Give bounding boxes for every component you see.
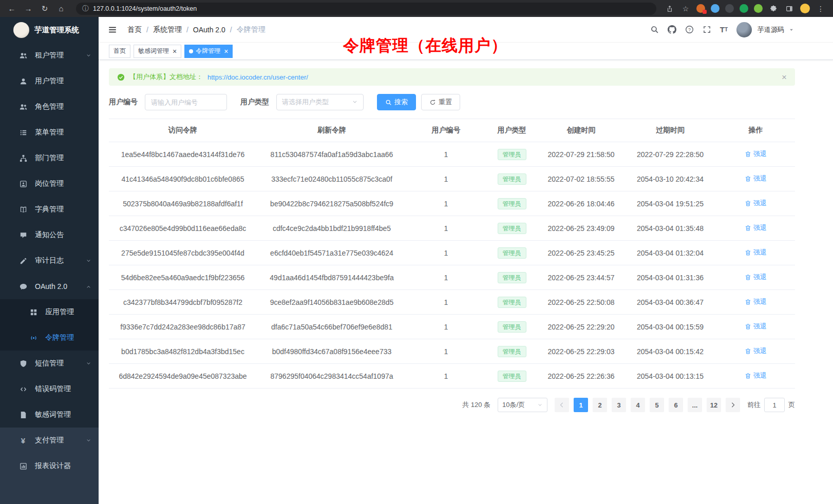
page-size-select[interactable]: 10条/页 <box>498 398 547 412</box>
sidebar-item-dict[interactable]: 字典管理 <box>0 197 99 222</box>
page-button-4[interactable]: 4 <box>631 398 645 412</box>
cell-expire-time: 2054-03-04 00:36:47 <box>624 290 716 315</box>
cell-create-time: 2022-07-02 18:55:55 <box>538 167 624 191</box>
goto-page-input[interactable] <box>764 398 785 412</box>
back-icon[interactable]: ← <box>5 2 18 15</box>
force-logout-label: 强退 <box>753 273 767 282</box>
sidebar-item-sms[interactable]: 短信管理 <box>0 351 99 376</box>
info-icon[interactable]: ⓘ <box>82 4 89 13</box>
breadcrumb-item-oauth2[interactable]: OAuth 2.0 <box>193 26 225 34</box>
extension-green[interactable] <box>740 4 748 13</box>
page-button-5[interactable]: 5 <box>650 398 664 412</box>
force-logout-button[interactable]: 强退 <box>745 346 767 356</box>
extension-dark[interactable] <box>725 4 734 13</box>
question-icon[interactable]: ? <box>685 25 694 34</box>
sidebar-item-report[interactable]: 报表设计器 <box>0 453 99 479</box>
sidebar-item-pay[interactable]: ¥支付管理 <box>0 428 99 453</box>
user-id-input[interactable] <box>145 94 227 110</box>
sidebar-item-user[interactable]: 用户管理 <box>0 68 99 94</box>
close-icon[interactable]: × <box>782 73 787 82</box>
tab-home[interactable]: 首页 <box>109 45 130 58</box>
forward-icon[interactable]: → <box>22 2 35 15</box>
sidebar-item-notice[interactable]: 通知公告 <box>0 222 99 248</box>
force-logout-button[interactable]: 强退 <box>745 149 767 159</box>
tab-token[interactable]: 令牌管理× <box>184 45 233 58</box>
github-icon[interactable] <box>668 25 676 34</box>
close-icon[interactable]: × <box>224 48 228 55</box>
close-icon[interactable]: × <box>173 48 177 55</box>
user-type-select[interactable]: 请选择用户类型 <box>276 94 364 110</box>
cell-create-time: 2022-06-25 22:50:08 <box>538 290 624 315</box>
fullscreen-icon[interactable] <box>703 25 711 34</box>
browser-profile-avatar[interactable] <box>800 4 810 13</box>
page-ellipsis[interactable]: ... <box>688 398 702 412</box>
delete-icon <box>745 373 751 379</box>
sidebar-item-post[interactable]: 岗位管理 <box>0 171 99 197</box>
topbar: 首页 / 系统管理 / OAuth 2.0 / 令牌管理 ?TT芋道源码 <box>99 17 833 43</box>
sidebar-item-oauth2-app[interactable]: 应用管理 <box>0 299 99 325</box>
force-logout-button[interactable]: 强退 <box>745 174 767 183</box>
page-button-2[interactable]: 2 <box>593 398 607 412</box>
fontsize-icon[interactable]: TT <box>720 26 728 33</box>
extension-lightgreen[interactable] <box>754 4 763 13</box>
next-page-button[interactable] <box>726 398 740 412</box>
sidebar-item-dept[interactable]: 部门管理 <box>0 145 99 171</box>
app-logo[interactable]: 芋道管理系统 <box>0 17 99 43</box>
table-header-row: 访问令牌刷新令牌用户编号用户类型创建时间过期时间操作 <box>109 119 795 142</box>
page-button-6[interactable]: 6 <box>669 398 683 412</box>
sidebar-item-audit-log[interactable]: 审计日志 <box>0 248 99 274</box>
user-avatar[interactable] <box>736 22 752 37</box>
sidebar-item-role[interactable]: 角色管理 <box>0 94 99 120</box>
search-button[interactable]: 搜索 <box>377 94 416 110</box>
total-count: 共 120 条 <box>462 400 490 410</box>
reload-icon[interactable]: ↻ <box>38 2 51 15</box>
force-logout-button[interactable]: 强退 <box>745 223 767 232</box>
sidebar-item-oauth2-token[interactable]: 令牌管理 <box>0 325 99 351</box>
extension-colored-badge[interactable] <box>696 4 705 13</box>
address-bar[interactable]: ⓘ 127.0.0.1:1024/system/oauth2/token <box>76 3 656 15</box>
megaphone-icon <box>19 231 27 239</box>
sidebar-item-sensitive-word[interactable]: 敏感词管理 <box>0 402 99 428</box>
prev-page-button[interactable] <box>555 398 569 412</box>
username[interactable]: 芋道源码 <box>758 25 784 34</box>
user-type-select-placeholder: 请选择用户类型 <box>282 98 329 107</box>
force-logout-button[interactable]: 强退 <box>745 199 767 208</box>
page-button-1[interactable]: 1 <box>574 398 588 412</box>
delete-icon <box>745 151 751 158</box>
caret-down-icon[interactable] <box>789 27 794 32</box>
home-icon[interactable]: ⌂ <box>54 2 68 15</box>
table-row: 54d6be82ee5a460a9aedc1f9bf22365649d1aa46… <box>109 265 795 290</box>
extension-blue[interactable] <box>711 4 720 13</box>
force-logout-label: 强退 <box>753 149 767 159</box>
sidebar-item-tenant[interactable]: 租户管理 <box>0 43 99 68</box>
force-logout-button[interactable]: 强退 <box>745 273 767 282</box>
cell-user-type: 管理员 <box>485 216 538 241</box>
breadcrumb-item-home[interactable]: 首页 <box>127 25 142 34</box>
breadcrumb-item-system[interactable]: 系统管理 <box>153 25 182 34</box>
force-logout-button[interactable]: 强退 <box>745 371 767 380</box>
force-logout-button[interactable]: 强退 <box>745 248 767 257</box>
doc-link[interactable]: https://doc.iocoder.cn/user-center/ <box>207 73 308 81</box>
force-logout-button[interactable]: 强退 <box>745 322 767 331</box>
hamburger-icon[interactable] <box>108 25 117 34</box>
page-button-3[interactable]: 3 <box>612 398 626 412</box>
search-icon[interactable] <box>650 25 659 34</box>
table-row: 41c41346a548490f9dc8b01c6bfe0865333ecfc7… <box>109 167 795 191</box>
menu-dots-icon[interactable]: ⋮ <box>816 4 826 14</box>
sidebar-item-menu[interactable]: 菜单管理 <box>0 120 99 145</box>
user-type-badge: 管理员 <box>498 297 526 308</box>
force-logout-button[interactable]: 强退 <box>745 297 767 306</box>
cell-create-time: 2022-06-25 23:44:57 <box>538 265 624 290</box>
app-icon <box>29 308 37 316</box>
sidebar-item-oauth2[interactable]: OAuth 2.0 <box>0 274 99 299</box>
page-button-12[interactable]: 12 <box>707 398 721 412</box>
sidebar-item-error-code[interactable]: 错误码管理 <box>0 376 99 402</box>
cell-create-time: 2022-06-25 23:45:25 <box>538 241 624 265</box>
star-icon[interactable]: ☆ <box>680 4 691 14</box>
puzzle-icon[interactable] <box>768 4 779 14</box>
column-header-expire-time: 过期时间 <box>624 119 716 142</box>
side-panel-icon[interactable] <box>784 4 794 14</box>
reset-button[interactable]: 重置 <box>421 94 460 110</box>
tab-sensitive-word[interactable]: 敏感词管理× <box>134 45 181 58</box>
share-icon[interactable] <box>665 4 675 14</box>
